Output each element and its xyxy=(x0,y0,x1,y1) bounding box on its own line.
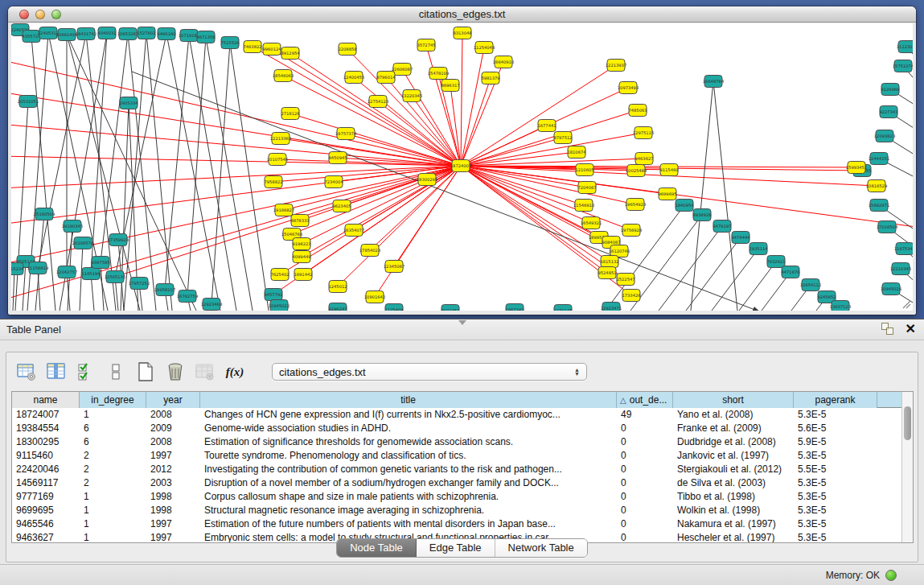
graph-node[interactable]: 12754123 xyxy=(368,96,388,108)
graph-node[interactable]: 17016504 xyxy=(877,221,898,233)
graph-node[interactable]: 2718126 xyxy=(281,108,299,120)
graph-node[interactable]: 17957252 xyxy=(129,278,150,290)
graph-node[interactable]: 18546063 xyxy=(273,70,294,82)
graph-node[interactable]: 8471676 xyxy=(781,266,799,278)
graph-node[interactable]: 12093823 xyxy=(874,130,895,142)
graph-node[interactable]: 12213937 xyxy=(606,60,626,72)
graph-node[interactable]: 16549321 xyxy=(581,217,602,229)
graph-node[interactable]: 4099449 xyxy=(292,251,310,263)
graph-node[interactable]: 7625402 xyxy=(270,269,289,281)
graph-node[interactable]: 11675348 xyxy=(894,243,913,255)
graph-node[interactable]: 10653287 xyxy=(117,28,138,40)
graph-node[interactable]: 8797512 xyxy=(553,132,572,144)
graph-node[interactable]: 10945026 xyxy=(881,283,901,295)
table-row[interactable]: 946554611997Estimation of the future num… xyxy=(12,517,901,531)
table-row[interactable]: 1456911722003Disruption of a novel membe… xyxy=(12,476,901,490)
graph-node[interactable]: 18431742 xyxy=(76,28,97,40)
graph-node[interactable]: 6466160 xyxy=(157,28,175,40)
function-builder-icon[interactable]: f(x) xyxy=(224,361,245,382)
graph-node[interactable]: 7515526 xyxy=(220,37,239,49)
tab-node-table[interactable]: Node Table xyxy=(337,539,417,557)
graph-node[interactable]: 9699695 xyxy=(658,188,676,200)
tab-edge-table[interactable]: Edge Table xyxy=(417,539,495,557)
graph-node[interactable]: 9463627 xyxy=(634,153,653,165)
graph-node[interactable]: 8912954 xyxy=(281,47,300,60)
graph-node[interactable]: 2208858 xyxy=(338,43,356,56)
graph-node[interactable]: 19166827 xyxy=(273,204,294,216)
graph-node[interactable]: 9198223 xyxy=(292,238,310,250)
column-header-pagerank[interactable]: pagerank xyxy=(794,392,877,408)
graph-node[interactable]: 15478109 xyxy=(428,68,449,80)
graph-node[interactable]: 7485063 xyxy=(628,105,647,117)
close-panel-icon[interactable]: ✕ xyxy=(906,323,916,336)
graph-node[interactable]: 10816529 xyxy=(866,180,887,192)
graph-node[interactable]: 18724007 xyxy=(450,160,471,172)
graph-node[interactable]: 3915234 xyxy=(11,263,24,275)
graph-node[interactable]: 1691442 xyxy=(294,269,312,281)
graph-node[interactable]: 12042757 xyxy=(56,266,77,278)
column-header-out-de-[interactable]: △out_de... xyxy=(617,392,673,408)
table-select-dropdown[interactable]: citations_edges.txt ▲▼ xyxy=(272,363,587,381)
graph-node[interactable]: 9196247 xyxy=(328,303,347,311)
graph-node[interactable]: 8313048 xyxy=(453,27,471,39)
graph-node[interactable]: 12923471 xyxy=(601,303,622,311)
graph-node[interactable]: 1210605 xyxy=(575,164,593,176)
graph-node[interactable]: 1840954 xyxy=(675,200,694,212)
graph-node[interactable]: 19654923 xyxy=(625,199,646,211)
graph-node[interactable]: 7958822 xyxy=(264,176,282,188)
graph-node[interactable]: 10025488 xyxy=(626,165,647,177)
graph-node[interactable]: 13220345 xyxy=(401,90,422,102)
graph-node[interactable]: 1677441 xyxy=(537,120,556,132)
graph-node[interactable]: 9960124 xyxy=(262,43,281,56)
scrollbar-thumb[interactable] xyxy=(904,406,911,440)
table-row[interactable]: 1938455462009Genome-wide association stu… xyxy=(12,422,901,435)
graph-node[interactable]: 1733426 xyxy=(622,290,640,302)
table-row[interactable]: 1872400712008Changes of HCN gene express… xyxy=(12,408,901,422)
graph-node[interactable]: 2270145 xyxy=(553,305,572,311)
graph-node[interactable]: 1615132 xyxy=(600,256,618,268)
graph-node[interactable]: 11156819 xyxy=(27,262,48,274)
graph-node[interactable]: 5981379 xyxy=(481,72,499,84)
citation-graph[interactable]: 2240531435572422405312206914061843174293… xyxy=(11,23,913,311)
row-height-icon[interactable] xyxy=(105,361,126,382)
table-vertical-scrollbar[interactable] xyxy=(901,392,913,542)
graph-node[interactable]: 9227343 xyxy=(879,106,897,118)
table-row[interactable]: 977716911998Corpus callosum shape and si… xyxy=(12,490,901,504)
graph-node[interactable]: 9474444 xyxy=(731,232,750,244)
graph-node[interactable]: 4671358 xyxy=(196,31,215,43)
graph-node[interactable]: 25160509 xyxy=(34,208,55,220)
graph-node[interactable]: 20531051 xyxy=(18,96,39,108)
graph-node[interactable]: 17854023 xyxy=(359,245,380,257)
graph-node[interactable]: 10901642 xyxy=(364,291,385,303)
graph-node[interactable]: 12213363 xyxy=(270,133,291,145)
panel-resize-grip[interactable] xyxy=(458,320,466,325)
graph-node[interactable]: 1867342 xyxy=(505,304,524,311)
column-header-short[interactable]: short xyxy=(673,392,794,408)
graph-node[interactable]: 8878333 xyxy=(290,215,309,227)
graph-node[interactable]: 8696317 xyxy=(441,80,459,92)
graph-node[interactable]: 12923468 xyxy=(201,299,222,311)
column-header-year[interactable]: year xyxy=(146,392,200,408)
graph-node[interactable]: 11123018 xyxy=(897,41,913,53)
graph-node[interactable]: 8796014 xyxy=(376,72,396,84)
column-header-name[interactable]: name xyxy=(12,392,80,408)
graph-node[interactable]: 11546910 xyxy=(573,200,594,212)
graph-node[interactable]: 2522547 xyxy=(616,274,634,286)
tab-network-table[interactable]: Network Table xyxy=(495,539,587,557)
graph-node[interactable]: 9346031 xyxy=(97,27,116,39)
graph-node[interactable]: 9524851 xyxy=(598,267,616,279)
graph-node[interactable]: 19756928 xyxy=(621,225,642,237)
graph-node[interactable]: 13637123 xyxy=(830,301,851,311)
graph-node[interactable]: 9397585 xyxy=(91,257,109,269)
delete-table-icon[interactable] xyxy=(165,361,186,382)
resize-grip-icon[interactable] xyxy=(901,299,911,309)
select-columns-icon[interactable] xyxy=(76,361,97,382)
graph-node[interactable]: 19757378 xyxy=(335,128,356,140)
graph-node[interactable]: 12444151 xyxy=(869,153,889,165)
graph-node[interactable]: 8450945 xyxy=(328,152,347,164)
graph-node[interactable]: 16648784 xyxy=(703,76,725,88)
window-titlebar[interactable]: citations_edges.txt xyxy=(8,6,916,23)
graph-node[interactable]: 12210345 xyxy=(890,263,911,275)
graph-node[interactable]: 15751074 xyxy=(893,60,913,72)
graph-node[interactable]: 1527602 xyxy=(137,27,155,39)
